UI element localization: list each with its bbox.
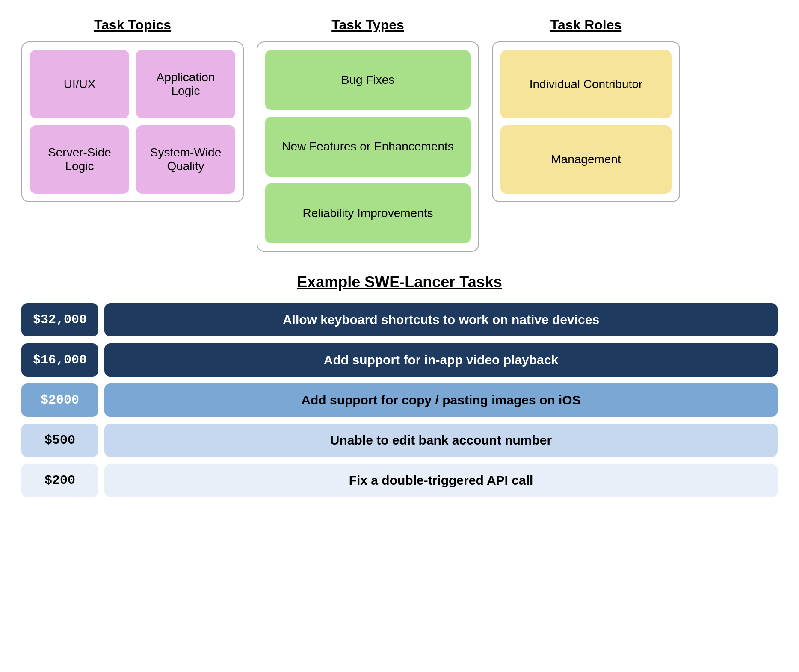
- topic-item-serverside[interactable]: Server-Side Logic: [30, 125, 129, 194]
- task-topics-title: Task Topics: [94, 17, 171, 33]
- task-types-grid: Bug Fixes New Features or Enhancements R…: [265, 50, 471, 243]
- task-price-2[interactable]: $16,000: [21, 343, 98, 377]
- task-price-1[interactable]: $32,000: [21, 303, 98, 336]
- task-description-5[interactable]: Fix a double-triggered API call: [104, 464, 778, 497]
- task-roles-grid: Individual Contributor Management: [500, 50, 672, 194]
- task-roles-box: Individual Contributor Management: [492, 41, 680, 202]
- task-price-3[interactable]: $2000: [21, 383, 98, 417]
- task-topics-group: Task Topics UI/UX Application Logic Serv…: [21, 17, 244, 202]
- task-row-5: $200 Fix a double-triggered API call: [21, 464, 778, 497]
- task-row-1: $32,000 Allow keyboard shortcuts to work…: [21, 303, 778, 336]
- task-row-2: $16,000 Add support for in-app video pla…: [21, 343, 778, 377]
- role-item-individual[interactable]: Individual Contributor: [500, 50, 672, 118]
- type-item-newfeatures[interactable]: New Features or Enhancements: [265, 117, 471, 177]
- topic-item-uiux[interactable]: UI/UX: [30, 50, 129, 118]
- categories-section: Task Topics UI/UX Application Logic Serv…: [21, 17, 778, 252]
- task-topics-box: UI/UX Application Logic Server-Side Logi…: [21, 41, 244, 202]
- task-row-4: $500 Unable to edit bank account number: [21, 424, 778, 457]
- task-types-box: Bug Fixes New Features or Enhancements R…: [257, 41, 479, 252]
- task-roles-title: Task Roles: [550, 17, 622, 33]
- task-description-3[interactable]: Add support for copy / pasting images on…: [104, 383, 778, 417]
- examples-section: Example SWE-Lancer Tasks $32,000 Allow k…: [21, 273, 778, 497]
- task-row-3: $2000 Add support for copy / pasting ima…: [21, 383, 778, 417]
- task-description-4[interactable]: Unable to edit bank account number: [104, 424, 778, 457]
- task-description-1[interactable]: Allow keyboard shortcuts to work on nati…: [104, 303, 778, 336]
- task-price-5[interactable]: $200: [21, 464, 98, 497]
- task-types-title: Task Types: [331, 17, 404, 33]
- topic-item-applogic[interactable]: Application Logic: [136, 50, 235, 118]
- examples-title: Example SWE-Lancer Tasks: [21, 273, 778, 291]
- role-item-management[interactable]: Management: [500, 125, 672, 194]
- task-description-2[interactable]: Add support for in-app video playback: [104, 343, 778, 377]
- topic-item-systemwide[interactable]: System-Wide Quality: [136, 125, 235, 194]
- type-item-reliability[interactable]: Reliability Improvements: [265, 183, 471, 243]
- task-types-group: Task Types Bug Fixes New Features or Enh…: [257, 17, 479, 252]
- task-price-4[interactable]: $500: [21, 424, 98, 457]
- task-topics-grid: UI/UX Application Logic Server-Side Logi…: [30, 50, 235, 194]
- type-item-bugfixes[interactable]: Bug Fixes: [265, 50, 471, 110]
- task-roles-group: Task Roles Individual Contributor Manage…: [492, 17, 680, 202]
